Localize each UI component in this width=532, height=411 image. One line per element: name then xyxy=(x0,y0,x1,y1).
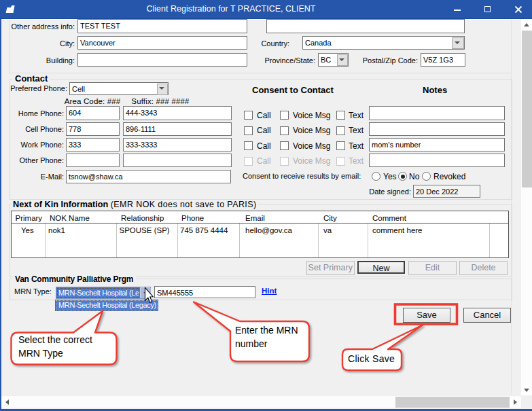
svg-text:MRN Type: MRN Type xyxy=(18,348,63,359)
svg-text:Click Save: Click Save xyxy=(348,353,395,364)
svg-text:Select the correct: Select the correct xyxy=(18,334,92,345)
svg-text:Enter the MRN: Enter the MRN xyxy=(235,325,298,336)
svg-text:number: number xyxy=(235,338,268,349)
